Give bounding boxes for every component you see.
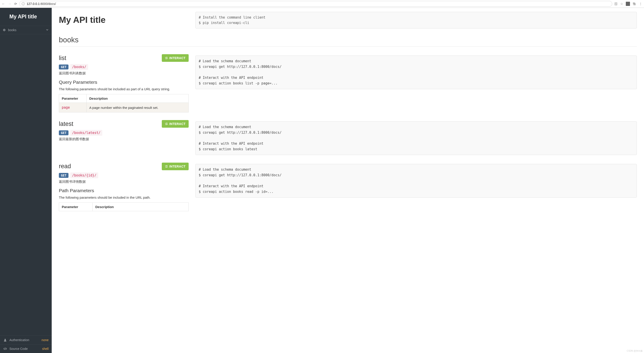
endpoint-path: /books/{id}/ — [70, 172, 98, 178]
endpoint-path: /books/ — [70, 64, 88, 70]
param-desc: A page number within the paginated resul… — [86, 103, 189, 112]
code-icon — [3, 347, 7, 350]
endpoint-path: /books/latest/ — [70, 130, 102, 136]
svg-point-0 — [4, 339, 6, 340]
bullet-icon — [3, 29, 5, 31]
endpoint-name: list — [59, 55, 66, 62]
params-table: Parameter Description page A page number… — [59, 94, 189, 112]
chevron-down-icon — [46, 28, 48, 32]
qr-icon[interactable] — [626, 2, 630, 6]
url-text: 127.0.0.1:8000/docs/ — [27, 2, 56, 6]
sidebar-item-label: books — [8, 28, 16, 32]
page-title: My API title — [59, 15, 189, 25]
sidebar-item-books[interactable]: books — [0, 26, 52, 34]
http-method-badge: GET — [59, 65, 68, 70]
param-name: page — [59, 103, 86, 112]
endpoint-description: 返回最新的图书数据 — [59, 137, 189, 141]
exchange-icon — [165, 165, 168, 168]
endpoint-code-box: # Load the schema document $ coreapi get… — [195, 121, 637, 155]
auth-value: none — [42, 338, 48, 342]
menu-icon[interactable]: ⋮ — [639, 2, 642, 6]
http-method-badge: GET — [59, 173, 68, 178]
http-method-badge: GET — [59, 130, 68, 135]
nav-back-icon[interactable]: ← — [2, 2, 5, 6]
url-bar[interactable]: i 127.0.0.1:8000/docs/ — [19, 1, 612, 7]
user-icon — [3, 338, 7, 341]
th-parameter: Parameter — [59, 94, 86, 103]
source-value: shell — [42, 347, 48, 350]
interact-button[interactable]: INTERACT — [162, 163, 189, 170]
params-heading: Path Parameters — [59, 188, 189, 193]
sidebar-title[interactable]: My API title — [0, 8, 52, 26]
source-label: Source Code — [10, 347, 28, 350]
table-row: page A page number within the paginated … — [59, 103, 189, 112]
endpoint-code-box: # Load the schema document $ coreapi get… — [195, 164, 637, 198]
params-heading: Query Parameters — [59, 80, 189, 85]
bookmark-icon[interactable]: ☆ — [620, 2, 623, 6]
params-table: Parameter Description — [59, 202, 189, 211]
sidebar-source-code[interactable]: Source Code shell — [0, 344, 52, 353]
sidebar: My API title books Authentication none — [0, 8, 52, 353]
nav-reload-icon[interactable]: ⟳ — [14, 2, 17, 6]
watermark: CSDN @奔向极 — [627, 349, 643, 352]
exchange-icon — [165, 122, 168, 125]
endpoint-description: 返回图书详情数据 — [59, 180, 189, 184]
params-intro: The following parameters should be inclu… — [59, 87, 189, 91]
auth-label: Authentication — [10, 338, 29, 342]
th-description: Description — [93, 202, 189, 211]
browser-chrome: ← → ⟳ i 127.0.0.1:8000/docs/ ⚿ ☆ 🐘 ⋮ — [0, 0, 644, 8]
evernote-icon[interactable]: 🐘 — [632, 2, 636, 6]
endpoint-description: 返回图书列表数据 — [59, 71, 189, 76]
endpoint-name: latest — [59, 121, 74, 127]
endpoint-code-box: # Load the schema document $ coreapi get… — [195, 56, 637, 89]
nav-forward-icon[interactable]: → — [8, 2, 11, 6]
interact-button[interactable]: INTERACT — [162, 54, 189, 62]
interact-button[interactable]: INTERACT — [162, 120, 189, 128]
section-heading: books — [59, 36, 637, 47]
th-description: Description — [86, 94, 189, 103]
info-icon[interactable]: i — [22, 2, 25, 5]
install-code-box: # Install the command line client $ pip … — [195, 12, 637, 29]
key-icon[interactable]: ⚿ — [614, 2, 618, 6]
endpoint-name: read — [59, 163, 71, 170]
th-parameter: Parameter — [59, 202, 93, 211]
sidebar-authentication[interactable]: Authentication none — [0, 335, 52, 344]
params-intro: The following parameters should be inclu… — [59, 196, 189, 199]
exchange-icon — [165, 57, 168, 60]
content: My API title # Install the command line … — [52, 8, 644, 353]
